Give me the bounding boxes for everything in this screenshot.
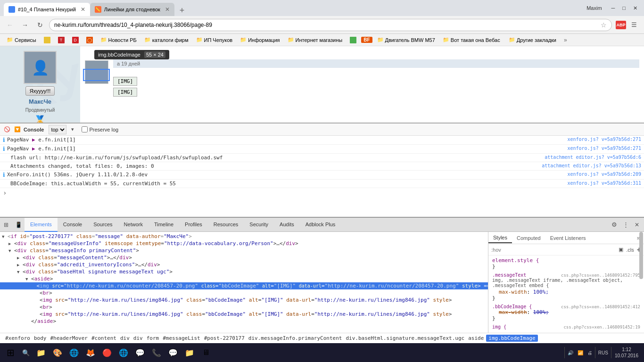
devtools-tab-security[interactable]: Security	[244, 218, 274, 232]
bookmark-info[interactable]: 📁 Информация	[237, 36, 282, 44]
tray-network-icon[interactable]: 📶	[576, 349, 585, 356]
devtools-tab-elements[interactable]: Elements	[25, 218, 58, 232]
devtools-tab-console[interactable]: Console	[58, 218, 88, 232]
new-tab-button[interactable]: +	[176, 5, 188, 16]
bookmark-star-icon[interactable]: ☆	[601, 21, 607, 29]
taskbar-item-chrome[interactable]: 🌐	[116, 345, 132, 361]
bookmark-bf[interactable]: BF	[361, 37, 372, 43]
elements-line-7[interactable]: ▼ <aside>	[0, 275, 488, 282]
elements-line-3[interactable]: ▼ <div class="messageInfo primaryContent…	[0, 247, 488, 254]
console-context-dropdown[interactable]: top	[49, 125, 66, 134]
breadcrumb-post[interactable]: #post-2270177	[203, 335, 246, 342]
console-source-2[interactable]: xenforo.js? v=5a97b56d:271	[567, 146, 641, 151]
taskbar-item-skype2[interactable]: 💬	[165, 345, 181, 361]
preserve-log-checkbox[interactable]	[82, 126, 88, 132]
taskbar-clock[interactable]: 1:12 10.07.2016	[613, 346, 640, 360]
devtools-tab-profiles[interactable]: Profiles	[179, 218, 208, 232]
elements-line-12[interactable]: <img src="http://ne-kurim.ru/lines/img84…	[0, 311, 488, 318]
bookmark-icon-1[interactable]	[41, 36, 53, 44]
styles-tab-styles[interactable]: Styles	[488, 233, 512, 243]
tray-speaker-icon[interactable]: 🔊	[566, 349, 575, 356]
styles-filter-input[interactable]	[491, 247, 616, 253]
taskbar-search-icon[interactable]: 🔍	[19, 346, 33, 359]
devtools-settings-icon[interactable]: ⚙	[609, 220, 619, 230]
console-source-3[interactable]: attachment editor.js? v=5a97b56d:6	[545, 155, 641, 160]
elements-line-13[interactable]: </aside>	[0, 318, 488, 325]
console-content[interactable]: ℹ PageNav ▶ e.fn.init[1] xenforo.js? v=5…	[0, 136, 644, 217]
tray-print-icon[interactable]: 🖨	[586, 349, 594, 356]
menu-button[interactable]: ☰	[628, 19, 640, 31]
devtools-dock-icon[interactable]: ⊞	[1, 220, 11, 230]
chrome-tab-2[interactable]: 📏 Линейки для стодневок ✕	[90, 3, 174, 16]
minimize-button[interactable]: ─	[609, 5, 618, 11]
taskbar-item-explorer[interactable]: 📁	[33, 345, 49, 361]
filter-cls-icon[interactable]: .cls	[626, 247, 634, 253]
bookmark-bmw[interactable]: 📁 Двигатель BMW M57	[374, 36, 438, 44]
address-bar[interactable]: ☆	[49, 19, 612, 31]
start-button[interactable]: ⊞	[2, 344, 19, 361]
elements-line-11[interactable]: <br>	[0, 304, 488, 311]
taskbar-item-monitor[interactable]: 🖥	[198, 345, 214, 361]
devtools-tab-audits[interactable]: Audits	[274, 218, 300, 232]
maximize-button[interactable]: □	[619, 5, 628, 11]
breadcrumb-xenforo[interactable]: #xenforo	[4, 335, 32, 342]
bookmark-icon-5[interactable]	[347, 36, 359, 44]
elements-line-10[interactable]: <img src="http://ne-kurim.ru/lines/img84…	[0, 296, 488, 304]
taskbar-item-firefox[interactable]: 🦊	[83, 345, 99, 361]
tab-close-2[interactable]: ✕	[165, 6, 170, 13]
styles-content[interactable]: element.style { } .messageText css.php?c…	[488, 255, 644, 333]
smile-button[interactable]: Яхуууу!!!	[25, 86, 55, 96]
console-down-icon[interactable]: ▾	[68, 125, 77, 134]
devtools-tab-adblock[interactable]: Adblock Plus	[300, 218, 341, 232]
bookmark-ip[interactable]: 📁 ИП Чепуков	[193, 36, 236, 44]
elements-line-4[interactable]: ▶ <div class="messageContent">…</div>	[0, 254, 488, 261]
styles-tab-events[interactable]: Event Listeners	[545, 233, 591, 243]
taskbar-item-photoshop[interactable]: 🎨	[50, 345, 66, 361]
taskbar-item-files[interactable]: 📁	[182, 345, 198, 361]
refresh-button[interactable]: ↻	[34, 19, 46, 31]
breadcrumb-div-1[interactable]: div	[119, 335, 131, 342]
breadcrumb-div-2[interactable]: div	[132, 335, 144, 342]
devtools-tab-network[interactable]: Network	[118, 218, 149, 232]
console-input[interactable]	[8, 190, 641, 196]
breadcrumb-img-active[interactable]: img.bbCodeImage	[486, 335, 537, 342]
extensions-button[interactable]: ABP	[615, 19, 627, 31]
bookmark-vebas[interactable]: 📁 Вот такая она Вебас	[440, 36, 503, 44]
devtools-tab-resources[interactable]: Resources	[208, 218, 244, 232]
taskbar-item-opera[interactable]: 🔴	[99, 345, 115, 361]
forward-button[interactable]: →	[19, 19, 31, 31]
styles-tab-computed[interactable]: Computed	[512, 233, 545, 243]
console-source-4[interactable]: attachment editor.js? v=5a97b56d:13	[542, 163, 641, 168]
bookmark-servisy[interactable]: 📁 Сервисы	[4, 36, 39, 44]
elements-line-8-selected[interactable]: <img src="http://ne-kurim.ru/ncounter/20…	[0, 282, 488, 289]
breadcrumb-basehtml[interactable]: div.baseHtml.signature.messageText.ugc	[344, 335, 466, 342]
elements-line-5[interactable]: ▶ <div class="adcredit_inventoryIcons">……	[0, 261, 488, 268]
devtools-tab-timeline[interactable]: Timeline	[149, 218, 179, 232]
bookmark-shops[interactable]: 📁 Интернет магазины	[285, 36, 346, 44]
breadcrumb-content[interactable]: #content	[90, 335, 118, 342]
preserve-log-label[interactable]: Preserve log	[89, 127, 118, 132]
devtools-device-icon[interactable]: 📱	[13, 220, 24, 230]
elements-line-1[interactable]: ▼ <if id="post-2270177" class="message" …	[0, 233, 488, 240]
console-clear-icon[interactable]: 🚫	[3, 125, 11, 134]
bookmark-catalog[interactable]: 📁 каталоги фирм	[141, 36, 191, 44]
breadcrumb-messagelist[interactable]: #messageList	[161, 335, 201, 342]
bookmark-icon-3[interactable]: D	[69, 36, 82, 44]
bookmark-other[interactable]: 📁 Другие закладки	[506, 36, 559, 44]
close-button[interactable]: ✕	[630, 5, 640, 11]
back-button[interactable]: ←	[4, 19, 16, 31]
bookmark-expand[interactable]: »	[561, 36, 570, 44]
taskbar-item-skype[interactable]: 📞	[149, 345, 165, 361]
breadcrumb-headermover[interactable]: #headerMover	[49, 335, 89, 342]
elements-line-2[interactable]: ▶ <div class="messageUserInfo" itemscope…	[0, 240, 488, 247]
elements-pane[interactable]: ▼ <if id="post-2270177" class="message" …	[0, 232, 488, 333]
console-source-1[interactable]: xenforo.js? v=5a97b56d:271	[567, 137, 641, 142]
bookmark-novosti[interactable]: 📁 Новости РБ	[98, 36, 140, 44]
devtools-tab-sources[interactable]: Sources	[88, 218, 118, 232]
url-input[interactable]	[54, 22, 598, 28]
chrome-tab-1[interactable]: #10_4 Планета Некурий ✕	[4, 3, 90, 16]
devtools-close-icon[interactable]: ✕	[632, 220, 642, 230]
tab-close-1[interactable]: ✕	[81, 6, 85, 13]
filter-hov-icon[interactable]: ▣	[619, 247, 623, 253]
taskbar-item-viber[interactable]: 💬	[132, 345, 148, 361]
